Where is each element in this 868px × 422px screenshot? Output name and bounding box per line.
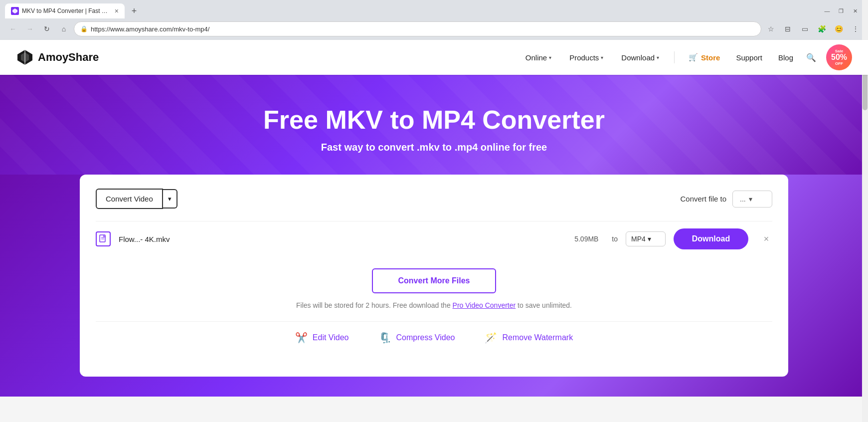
close-button[interactable]: ✕ [851, 7, 859, 15]
hero-title: Free MKV to MP4 Converter [10, 105, 858, 135]
remove-watermark-label: Remove Watermark [502, 333, 573, 342]
address-bar[interactable]: 🔒 https://www.amoyshare.com/mkv-to-mp4/ [74, 21, 761, 36]
sale-off-label: OFF [835, 61, 843, 66]
tab-search-icon[interactable]: ⊟ [781, 22, 794, 35]
wand-icon: 🪄 [485, 332, 497, 344]
file-to-chevron-icon: ▾ [749, 195, 752, 203]
compress-icon: 🗜️ [379, 332, 391, 344]
download-chevron-icon: ▾ [657, 55, 659, 60]
browser-menu-icon[interactable]: ⋮ [849, 22, 862, 35]
restore-button[interactable]: ❐ [837, 7, 845, 15]
products-chevron-icon: ▾ [601, 55, 603, 60]
converter-top-bar: Convert Video ▾ Convert file to ... ▾ [96, 189, 772, 209]
cart-icon: 🛒 [689, 53, 698, 62]
format-value: MP4 [631, 235, 646, 243]
split-screen-icon[interactable]: ▭ [798, 22, 811, 35]
svg-marker-0 [12, 8, 17, 13]
back-button[interactable]: ← [6, 22, 20, 36]
profile-icon[interactable]: 😊 [832, 22, 845, 35]
nav-products[interactable]: Products ▾ [562, 49, 610, 66]
converter-box: Convert Video ▾ Convert file to ... ▾ [80, 175, 788, 377]
hero-subtitle: Fast way to convert .mkv to .mp4 online … [10, 142, 858, 153]
file-row: Flow...- 4K.mkv 5.09MB to MP4 ▾ Download… [96, 221, 772, 256]
download-button[interactable]: Download [674, 228, 748, 249]
convert-more-wrapper: Convert More Files [96, 268, 772, 293]
storage-note-prefix: Files will be stored for 2 hours. Free d… [296, 301, 453, 309]
nav-support[interactable]: Support [730, 49, 768, 66]
window-controls: — ❐ ✕ [819, 7, 863, 15]
nav-menu: Online ▾ Products ▾ Download ▾ 🛒 Store S… [519, 44, 852, 70]
remove-watermark-tool[interactable]: 🪄 Remove Watermark [485, 332, 573, 344]
nav-online[interactable]: Online ▾ [519, 49, 558, 66]
file-to-text: to [612, 235, 618, 243]
convert-video-dropdown-button[interactable]: ▾ [163, 189, 177, 209]
convert-file-to-group: Convert file to ... ▾ [680, 191, 772, 208]
compress-video-label: Compress Video [396, 333, 455, 342]
convert-more-files-button[interactable]: Convert More Files [372, 268, 496, 293]
new-tab-button[interactable]: + [127, 3, 142, 18]
reload-button[interactable]: ↻ [40, 22, 54, 36]
convert-file-to-label: Convert file to [680, 195, 726, 203]
edit-video-label: Edit Video [313, 333, 349, 342]
convert-video-button-group[interactable]: Convert Video ▾ [96, 189, 177, 209]
toolbar-actions: ☆ ⊟ ▭ 🧩 😊 ⋮ [764, 22, 862, 35]
site-logo[interactable]: AmoyShare [16, 48, 99, 66]
pro-converter-link[interactable]: Pro Video Converter [453, 301, 516, 309]
file-size-label: 5.09MB [569, 235, 604, 243]
sale-percent-label: 50% [831, 53, 847, 61]
convert-video-main-button[interactable]: Convert Video [96, 189, 163, 209]
file-to-select-dropdown[interactable]: ... ▾ [732, 191, 772, 208]
storage-note: Files will be stored for 2 hours. Free d… [96, 301, 772, 309]
extensions-icon[interactable]: 🧩 [815, 22, 828, 35]
tab-title: MKV to MP4 Converter | Fast Wa... [22, 7, 112, 14]
nav-divider [674, 51, 675, 63]
home-button[interactable]: ⌂ [57, 22, 71, 36]
format-select-dropdown[interactable]: MP4 ▾ [626, 231, 666, 246]
scissors-icon: ✂️ [295, 332, 308, 344]
file-close-button[interactable]: × [760, 233, 772, 245]
security-icon: 🔒 [80, 25, 88, 32]
url-display: https://www.amoyshare.com/mkv-to-mp4/ [91, 25, 755, 33]
nav-blog[interactable]: Blog [772, 49, 799, 66]
storage-note-suffix: to save unlimited. [516, 301, 572, 309]
compress-video-tool[interactable]: 🗜️ Compress Video [379, 332, 455, 344]
format-chevron-icon: ▾ [648, 235, 651, 243]
browser-titlebar: MKV to MP4 Converter | Fast Wa... × + — … [0, 0, 868, 19]
forward-button[interactable]: → [23, 22, 37, 36]
hero-section: Free MKV to MP4 Converter Fast way to co… [0, 75, 868, 175]
tab-favicon [11, 7, 19, 15]
page-content: AmoyShare Online ▾ Products ▾ Download ▾… [0, 40, 868, 397]
browser-toolbar: ← → ↻ ⌂ 🔒 https://www.amoyshare.com/mkv-… [0, 19, 868, 40]
bookmark-this-tab-icon[interactable]: ☆ [764, 22, 777, 35]
browser-frame: MKV to MP4 Converter | Fast Wa... × + — … [0, 0, 868, 40]
logo-icon [16, 48, 34, 66]
sale-badge[interactable]: Sale 50% OFF [826, 44, 852, 70]
browser-tabs: MKV to MP4 Converter | Fast Wa... × + [5, 3, 819, 18]
nav-download[interactable]: Download ▾ [614, 49, 666, 66]
converter-wrapper: Convert Video ▾ Convert file to ... ▾ [0, 175, 868, 397]
convert-video-drop-arrow: ▾ [168, 195, 172, 203]
minimize-button[interactable]: — [823, 7, 831, 15]
bottom-tools: ✂️ Edit Video 🗜️ Compress Video 🪄 Remove… [96, 321, 772, 359]
logo-text: AmoyShare [38, 51, 99, 64]
file-type-icon [96, 231, 111, 246]
file-name-label: Flow...- 4K.mkv [119, 235, 561, 243]
tab-close-button[interactable]: × [115, 7, 119, 15]
search-icon[interactable]: 🔍 [803, 49, 819, 65]
site-header: AmoyShare Online ▾ Products ▾ Download ▾… [0, 40, 868, 75]
edit-video-tool[interactable]: ✂️ Edit Video [295, 332, 349, 344]
browser-tab-active[interactable]: MKV to MP4 Converter | Fast Wa... × [5, 3, 125, 18]
online-chevron-icon: ▾ [549, 55, 551, 60]
nav-store[interactable]: 🛒 Store [683, 49, 726, 66]
